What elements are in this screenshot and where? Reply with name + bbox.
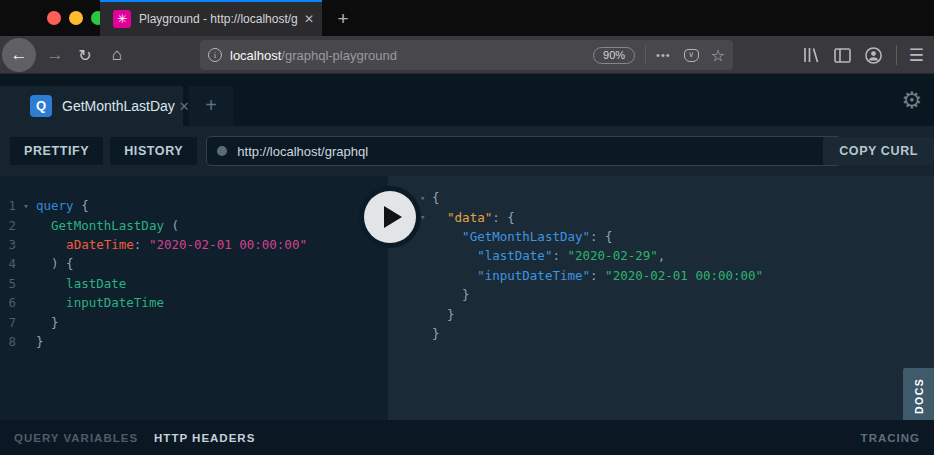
code-token: :: [552, 248, 567, 263]
line-number: 5: [0, 276, 16, 291]
back-button[interactable]: ←: [2, 38, 36, 72]
response-line: }: [388, 285, 934, 304]
code-token: [432, 229, 462, 244]
code-token: aDateTime: [66, 237, 134, 252]
editor-line[interactable]: 6 inputDateTime: [0, 293, 388, 312]
editor-line[interactable]: 8}: [0, 332, 388, 351]
playground-toolbar: PRETTIFY HISTORY COPY CURL: [0, 126, 934, 176]
toolbar-separator: [896, 45, 897, 65]
menu-icon[interactable]: ☰: [909, 45, 924, 66]
zoom-level-badge[interactable]: 90%: [593, 47, 635, 64]
fold-arrow-icon[interactable]: ▾: [420, 212, 432, 222]
playground-favicon: ✳: [113, 10, 131, 28]
url-host: localhost: [230, 48, 281, 63]
code-token: "inputDateTime": [477, 268, 590, 283]
docs-side-tab[interactable]: DOCS: [903, 368, 934, 424]
editor-line[interactable]: 3 aDateTime: "2020-02-01 00:00:00": [0, 235, 388, 254]
response-line: "GetMonthLastDay": {: [388, 227, 934, 246]
bookmark-star-icon[interactable]: ☆: [711, 46, 725, 65]
editor-line[interactable]: 5 lastDate: [0, 274, 388, 293]
execute-query-button[interactable]: [364, 191, 416, 243]
minimize-window-button[interactable]: [69, 11, 83, 25]
code-token: "2020-02-01 00:00:00": [149, 237, 307, 252]
code-token: }: [36, 334, 44, 349]
settings-gear-icon[interactable]: ⚙: [901, 86, 922, 114]
code-token: : {: [492, 210, 515, 225]
line-number: 1: [0, 198, 16, 213]
titlebar: ✳ Playground - http://localhost/gr ✕ +: [0, 0, 934, 36]
endpoint-url-input[interactable]: [206, 136, 842, 166]
play-icon: [384, 206, 402, 228]
home-button[interactable]: ⌂: [106, 36, 128, 74]
line-number: 8: [0, 334, 16, 349]
code-token: }: [36, 315, 59, 330]
code-token: :: [134, 237, 149, 252]
code-token: }: [432, 307, 455, 322]
response-line: }: [388, 304, 934, 323]
http-headers-tab[interactable]: HTTP HEADERS: [154, 432, 255, 444]
forward-button[interactable]: →: [44, 36, 66, 74]
code-token: ,: [658, 248, 666, 263]
url-text[interactable]: localhost/graphql-playground: [230, 48, 593, 63]
code-token: [36, 276, 66, 291]
editor-line[interactable]: 2 GetMonthLastDay (: [0, 215, 388, 234]
fold-arrow-icon[interactable]: ▾: [16, 201, 36, 211]
history-button[interactable]: HISTORY: [110, 137, 197, 165]
query-variables-tab[interactable]: QUERY VARIABLES: [14, 432, 138, 444]
line-number: 6: [0, 295, 16, 310]
editor-line[interactable]: 1▾query {: [0, 196, 388, 215]
prettify-button[interactable]: PRETTIFY: [10, 137, 103, 165]
new-tab-button[interactable]: +: [330, 6, 356, 32]
code-token: query: [36, 198, 74, 213]
code-token: :: [590, 268, 605, 283]
pocket-icon[interactable]: ∨: [684, 49, 699, 62]
line-number: 3: [0, 237, 16, 252]
editor-line[interactable]: 7 }: [0, 312, 388, 331]
code-token: (: [164, 218, 179, 233]
browser-tab-title: Playground - http://localhost/gr: [139, 12, 298, 26]
new-session-tab-button[interactable]: +: [189, 86, 233, 126]
code-token: "data": [447, 210, 492, 225]
code-token: }: [432, 326, 440, 341]
query-editor[interactable]: 1▾query {2 GetMonthLastDay (3 aDateTime:…: [0, 176, 388, 420]
code-token: {: [432, 190, 440, 205]
line-number: 7: [0, 315, 16, 330]
library-icon[interactable]: [802, 47, 820, 63]
tab-close-icon[interactable]: ✕: [304, 12, 314, 26]
code-token: [36, 218, 51, 233]
account-icon[interactable]: [865, 47, 882, 64]
close-window-button[interactable]: [47, 11, 61, 25]
fold-arrow-icon[interactable]: ▾: [420, 193, 432, 203]
page-actions-icon[interactable]: •••: [656, 49, 671, 61]
copy-curl-button[interactable]: COPY CURL: [823, 137, 934, 165]
reload-button[interactable]: ↻: [74, 36, 96, 74]
code-token: ) {: [36, 256, 74, 271]
code-token: "GetMonthLastDay": [462, 229, 590, 244]
response-line: ▾ "data": {: [388, 207, 934, 226]
session-tab-label: GetMonthLastDay: [62, 98, 175, 114]
code-token: : {: [590, 229, 613, 244]
editor-line[interactable]: 4 ) {: [0, 254, 388, 273]
response-line: "inputDateTime": "2020-02-01 00:00:00": [388, 266, 934, 285]
response-line: }: [388, 324, 934, 343]
url-bar[interactable]: i localhost/graphql-playground 90% ••• ∨…: [200, 40, 733, 70]
session-tab[interactable]: Q GetMonthLastDay ✕: [0, 86, 183, 126]
tracing-tab[interactable]: TRACING: [861, 432, 920, 444]
endpoint-wrap: [204, 136, 842, 166]
code-token: inputDateTime: [66, 295, 164, 310]
code-token: [432, 268, 477, 283]
response-line: "lastDate": "2020-02-29",: [388, 246, 934, 265]
site-info-icon[interactable]: i: [208, 48, 222, 62]
sidebar-toggle-icon[interactable]: [834, 48, 851, 63]
code-token: "2020-02-01 00:00:00": [605, 268, 763, 283]
urlbar-separator: [645, 46, 646, 64]
code-token: [36, 295, 66, 310]
response-line: ▾{: [388, 188, 934, 207]
response-viewer: ▾{▾ "data": { "GetMonthLastDay": { "last…: [388, 176, 934, 420]
browser-tab[interactable]: ✳ Playground - http://localhost/gr ✕: [100, 0, 322, 36]
execute-button-ring: [359, 186, 421, 248]
code-token: }: [432, 287, 470, 302]
code-token: [432, 248, 477, 263]
code-token: lastDate: [66, 276, 126, 291]
code-token: "2020-02-29": [567, 248, 657, 263]
